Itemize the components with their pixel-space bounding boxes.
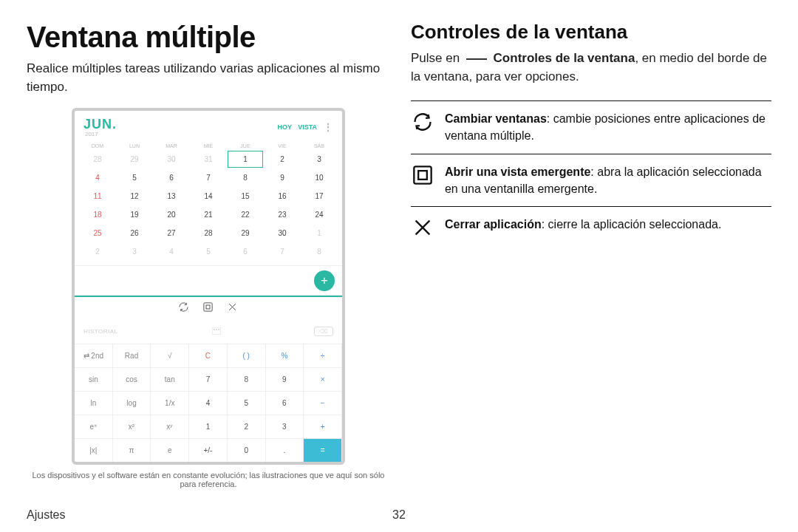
calendar-day[interactable]: 26 [116,224,153,242]
calc-key[interactable]: +/- [189,438,228,462]
calendar-day[interactable]: 2 [264,150,301,168]
calendar-dow: DOM [79,142,116,150]
calc-key[interactable]: π [113,438,151,462]
calc-key[interactable]: 9 [266,367,304,391]
calendar-day[interactable]: 19 [116,205,153,224]
calendar-day[interactable]: 31 [190,150,227,168]
calendar-day[interactable]: 12 [116,187,153,205]
calc-key[interactable]: 6 [266,391,304,415]
calendar-day[interactable]: 25 [79,224,116,242]
calc-key[interactable]: = [304,438,342,462]
calc-mode-icon[interactable]: ⌫ [314,327,333,336]
calc-key[interactable]: x² [113,415,151,438]
calc-key[interactable]: cos [113,367,151,391]
calendar-dow: VIE [264,142,301,150]
calendar-day[interactable]: 2 [79,242,116,261]
calc-key[interactable]: log [113,391,151,415]
calendar-day[interactable]: 6 [153,168,190,187]
popup-view-icon [411,163,434,187]
calc-key[interactable]: |x| [75,438,113,462]
list-item: Cerrar aplicación: cierre la aplicación … [411,207,771,248]
calendar-day[interactable]: 5 [190,242,227,261]
calendar-day[interactable]: 3 [301,150,338,168]
calendar-day[interactable]: 1 [227,150,264,168]
calc-key[interactable]: sin [75,367,113,391]
calendar-day[interactable]: 13 [153,187,190,205]
close-app-icon [411,216,434,239]
calendar-day[interactable]: 29 [116,150,153,168]
swap-windows-icon[interactable] [178,301,189,315]
popup-view-icon[interactable] [202,301,214,315]
calendar-day[interactable]: 8 [227,168,264,187]
calc-key[interactable]: ÷ [304,344,342,367]
calc-key[interactable]: 4 [189,391,228,415]
calendar-day[interactable]: 4 [153,242,190,261]
keypad-icon[interactable] [212,327,221,336]
calc-key[interactable]: xʸ [151,415,189,438]
calc-key[interactable]: √ [151,344,189,367]
calendar-day[interactable]: 30 [264,224,301,242]
calendar-day[interactable]: 16 [264,187,301,205]
controls-list: Cambiar ventanas: cambie posiciones entr… [411,100,771,248]
calc-key[interactable]: 1/x [151,391,189,415]
calc-key[interactable]: − [304,391,342,415]
calendar-day[interactable]: 24 [301,205,338,224]
calendar-day[interactable]: 9 [264,168,301,187]
calendar-day[interactable]: 11 [79,187,116,205]
calc-key[interactable]: × [304,367,342,391]
more-icon[interactable]: ⋮ [323,124,333,130]
calendar-day[interactable]: 22 [227,205,264,224]
window-controls-bar[interactable] [75,296,342,319]
calc-key[interactable]: 2 [228,415,266,438]
calendar-day[interactable]: 17 [301,187,338,205]
calendar-hoy-link[interactable]: HOY [278,123,293,131]
calendar-day[interactable]: 7 [190,168,227,187]
calc-key[interactable]: + [304,415,342,438]
calendar-day[interactable]: 3 [116,242,153,261]
calc-key[interactable]: tan [151,367,189,391]
calc-history-label[interactable]: HISTORIAL [83,328,118,335]
calendar-day[interactable]: 18 [79,205,116,224]
calc-key[interactable]: eˣ [75,415,113,438]
calendar-day[interactable]: 20 [153,205,190,224]
calendar-day[interactable]: 15 [227,187,264,205]
calendar-day[interactable]: 29 [227,224,264,242]
calc-key[interactable]: ln [75,391,113,415]
calc-key[interactable]: 8 [228,367,266,391]
page-footer: Ajustes 32 [27,508,771,522]
calc-key[interactable]: . [266,438,304,462]
calc-key[interactable]: 0 [228,438,266,462]
svg-rect-2 [212,327,221,335]
calendar-day[interactable]: 27 [153,224,190,242]
svg-rect-6 [414,166,431,183]
calc-key[interactable]: 5 [228,391,266,415]
calc-key[interactable]: ⇄ 2nd [75,344,113,367]
calc-key[interactable]: e [151,438,189,462]
calc-key[interactable]: 1 [189,415,228,438]
calendar-day[interactable]: 6 [227,242,264,261]
calc-key[interactable]: 3 [266,415,304,438]
calendar-vista-link[interactable]: VISTA [298,123,317,131]
calc-key[interactable]: Rad [113,344,151,367]
calendar-day[interactable]: 30 [153,150,190,168]
calendar-day[interactable]: 8 [301,242,338,261]
calendar-day[interactable]: 14 [190,187,227,205]
calendar-day[interactable]: 21 [190,205,227,224]
calc-key[interactable]: 7 [189,367,228,391]
calendar-day[interactable]: 28 [190,224,227,242]
calc-key[interactable]: ( ) [228,344,266,367]
calendar-day[interactable]: 4 [79,168,116,187]
calendar-day[interactable]: 1 [301,224,338,242]
page-number: 32 [392,508,406,522]
calendar-day[interactable]: 10 [301,168,338,187]
calculator-keypad: ⇄ 2ndRad√C( )%÷sincostan789×lnlog1/x456−… [75,344,342,462]
lead-paragraph: Realice múltiples tareas utilizando vari… [27,60,390,96]
calendar-day[interactable]: 7 [264,242,301,261]
calendar-day[interactable]: 5 [116,168,153,187]
add-event-fab[interactable]: + [314,270,335,291]
calc-key[interactable]: C [189,344,228,367]
calc-key[interactable]: % [266,344,304,367]
close-app-icon[interactable] [227,301,238,315]
calendar-day[interactable]: 28 [79,150,116,168]
calendar-day[interactable]: 23 [264,205,301,224]
